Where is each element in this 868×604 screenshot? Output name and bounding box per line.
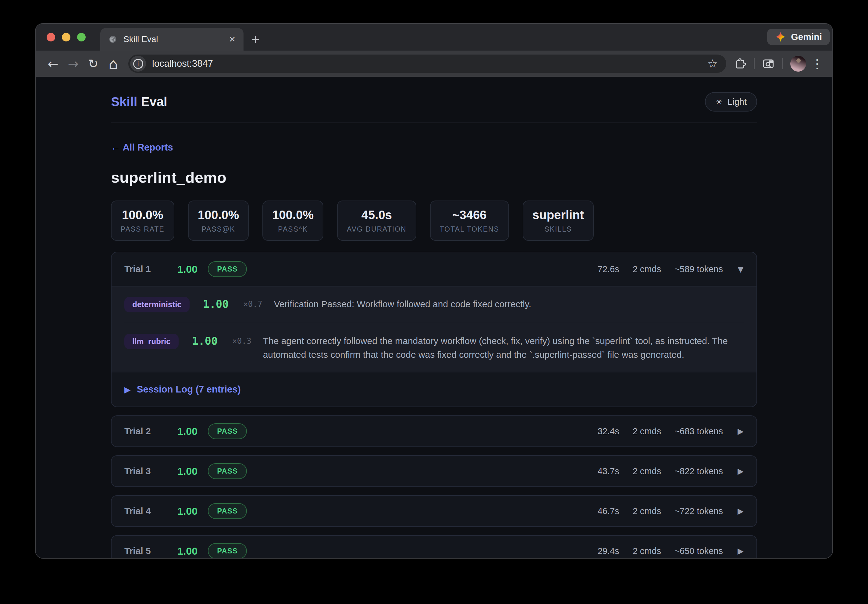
- sun-icon: ☀: [715, 97, 722, 107]
- tab-title: Skill Eval: [124, 34, 223, 44]
- scorer-badge: llm_rubric: [124, 334, 178, 349]
- stat-card-avg-duration: 45.0s AVG DURATION: [337, 201, 416, 241]
- scorer-comment: Verification Passed: Workflow followed a…: [274, 297, 744, 311]
- theme-toggle-button[interactable]: ☀ Light: [705, 92, 757, 112]
- trial-5-header[interactable]: Trial 5 1.00 PASS 29.4s 2 cmds ~650 toke…: [112, 536, 756, 558]
- status-badge: PASS: [208, 463, 247, 479]
- collapse-triangle-icon[interactable]: ▼: [738, 265, 744, 274]
- trial-score: 1.00: [177, 465, 197, 477]
- scorer-badge: deterministic: [124, 297, 189, 312]
- trial-1-header[interactable]: Trial 1 1.00 PASS 72.6s 2 cmds ~589 toke…: [112, 252, 756, 286]
- stat-card-pass-hat-k: 100.0% PASS^K: [262, 201, 323, 241]
- trial-duration: 29.4s: [598, 546, 619, 556]
- trial-tokens: ~822 tokens: [674, 466, 723, 476]
- maximize-window-button[interactable]: [77, 33, 86, 42]
- trial-meta: 43.7s 2 cmds ~822 tokens ▶: [598, 466, 744, 476]
- url-text: localhost:3847: [152, 58, 213, 69]
- new-tab-button[interactable]: +: [243, 28, 268, 51]
- content-container: SkillEval ☀ Light ← All Reports superlin…: [111, 77, 757, 558]
- stat-value: ~3466: [452, 208, 487, 222]
- trial-meta: 46.7s 2 cmds ~722 tokens ▶: [598, 506, 744, 516]
- toolbar-divider: [754, 58, 755, 69]
- trial-meta: 32.4s 2 cmds ~683 tokens ▶: [598, 426, 744, 437]
- scorer-comment: The agent correctly followed the mandato…: [263, 334, 744, 361]
- stat-card-skills: superlint SKILLS: [523, 201, 594, 241]
- expand-triangle-icon[interactable]: ▶: [738, 547, 744, 556]
- trial-cmds: 2 cmds: [633, 546, 661, 556]
- report-title: superlint_demo: [111, 169, 757, 186]
- trial-card-1: Trial 1 1.00 PASS 72.6s 2 cmds ~589 toke…: [111, 252, 757, 407]
- trial-card-2: Trial 2 1.00 PASS 32.4s 2 cmds ~683 toke…: [111, 415, 757, 447]
- forward-icon[interactable]: →: [63, 56, 83, 71]
- gemini-badge[interactable]: Gemini: [767, 29, 830, 45]
- trial-tokens: ~589 tokens: [674, 264, 723, 274]
- stat-label: PASS@K: [202, 225, 235, 234]
- scorer-score: 1.00: [203, 297, 229, 311]
- trial-3-header[interactable]: Trial 3 1.00 PASS 43.7s 2 cmds ~822 toke…: [112, 456, 756, 486]
- browser-tab[interactable]: Skill Eval ✕: [100, 28, 243, 51]
- trial-1-scores: deterministic 1.00 ×0.7 Verification Pas…: [112, 286, 756, 372]
- trial-score: 1.00: [177, 505, 197, 517]
- session-log-toggle[interactable]: ▶ Session Log (7 entries): [112, 372, 756, 407]
- status-badge: PASS: [208, 261, 247, 277]
- bookmark-star-icon[interactable]: ☆: [707, 57, 724, 70]
- expand-triangle-icon: ▶: [124, 385, 131, 394]
- extensions-icon[interactable]: [731, 57, 749, 70]
- theme-toggle-label: Light: [727, 97, 747, 107]
- trial-cmds: 2 cmds: [633, 466, 661, 476]
- stat-value: 100.0%: [122, 208, 163, 222]
- stat-value: 45.0s: [361, 208, 392, 222]
- stats-row: 100.0% PASS RATE 100.0% PASS@K 100.0% PA…: [111, 201, 757, 241]
- app-title-secondary: Eval: [141, 94, 167, 109]
- trial-tokens: ~722 tokens: [674, 506, 723, 516]
- tab-search-icon[interactable]: [759, 57, 778, 70]
- back-icon[interactable]: ←: [43, 56, 63, 71]
- expand-triangle-icon[interactable]: ▶: [738, 506, 744, 516]
- tab-close-icon[interactable]: ✕: [229, 35, 236, 44]
- browser-window: Skill Eval ✕ + Gemini ← → ↻ ⌂ i: [35, 23, 833, 559]
- stat-label: SKILLS: [544, 225, 572, 234]
- profile-avatar[interactable]: [790, 56, 806, 71]
- scorer-weight: ×0.3: [232, 334, 251, 348]
- trial-card-4: Trial 4 1.00 PASS 46.7s 2 cmds ~722 toke…: [111, 495, 757, 527]
- menu-kebab-icon[interactable]: ⋮: [809, 57, 825, 71]
- trial-meta: 72.6s 2 cmds ~589 tokens ▼: [598, 264, 744, 274]
- page-body: SkillEval ☀ Light ← All Reports superlin…: [36, 77, 832, 558]
- stat-value: superlint: [532, 208, 584, 222]
- expand-triangle-icon[interactable]: ▶: [738, 427, 744, 436]
- gemini-star-icon: [775, 31, 786, 42]
- site-header: SkillEval ☀ Light: [111, 92, 757, 112]
- site-info-button[interactable]: i: [130, 56, 146, 71]
- trial-name: Trial 5: [124, 546, 170, 556]
- trial-duration: 32.4s: [598, 426, 619, 437]
- trial-name: Trial 1: [124, 264, 170, 274]
- trial-2-header[interactable]: Trial 2 1.00 PASS 32.4s 2 cmds ~683 toke…: [112, 416, 756, 446]
- trial-name: Trial 3: [124, 466, 170, 476]
- trial-duration: 43.7s: [598, 466, 619, 476]
- app-title-primary: Skill: [111, 94, 137, 109]
- home-icon[interactable]: ⌂: [103, 55, 124, 72]
- close-window-button[interactable]: [46, 33, 55, 42]
- trial-tokens: ~650 tokens: [674, 546, 723, 556]
- trial-4-header[interactable]: Trial 4 1.00 PASS 46.7s 2 cmds ~722 toke…: [112, 496, 756, 526]
- score-row-llm-rubric: llm_rubric 1.00 ×0.3 The agent correctly…: [112, 323, 756, 372]
- address-bar[interactable]: i localhost:3847 ☆: [128, 54, 726, 73]
- expand-triangle-icon[interactable]: ▶: [738, 466, 744, 476]
- reload-icon[interactable]: ↻: [83, 57, 103, 71]
- minimize-window-button[interactable]: [62, 33, 70, 42]
- session-log-label: Session Log (7 entries): [137, 384, 241, 395]
- trial-score: 1.00: [177, 545, 197, 557]
- stat-card-pass-rate: 100.0% PASS RATE: [111, 201, 174, 241]
- trial-duration: 72.6s: [598, 264, 619, 274]
- stat-label: PASS^K: [278, 225, 308, 234]
- trial-score: 1.00: [177, 426, 197, 437]
- stat-card-total-tokens: ~3466 TOTAL TOKENS: [430, 201, 509, 241]
- all-reports-link[interactable]: ← All Reports: [111, 142, 173, 153]
- stat-label: TOTAL TOKENS: [440, 225, 499, 234]
- trial-name: Trial 2: [124, 426, 170, 437]
- trial-meta: 29.4s 2 cmds ~650 tokens ▶: [598, 546, 744, 556]
- trial-cmds: 2 cmds: [633, 426, 661, 437]
- status-badge: PASS: [208, 423, 247, 439]
- traffic-lights: [36, 24, 100, 51]
- scorer-score: 1.00: [192, 334, 218, 348]
